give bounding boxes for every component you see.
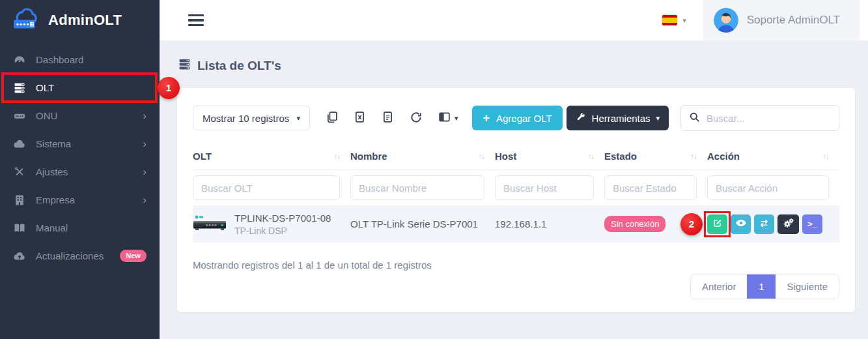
table-header: OLT ↑↓ Nombre ↑↓ Host ↑↓ Estado ↑↓ Acció… bbox=[193, 143, 839, 170]
wrench-icon bbox=[576, 112, 586, 125]
sidebar-item-label: Ajustes bbox=[36, 166, 68, 177]
chevron-right-icon: › bbox=[143, 166, 147, 177]
topbar: ▾ Soporte AdminOLT bbox=[160, 0, 868, 40]
export-file-button[interactable] bbox=[382, 111, 394, 125]
terminal-icon: >_ bbox=[807, 219, 817, 229]
filter-olt-input[interactable] bbox=[193, 175, 340, 200]
sidebar-item-actualizaciones[interactable]: Actualizaciones New bbox=[0, 242, 160, 270]
status-badge: Sin conexión bbox=[604, 216, 665, 232]
chevron-right-icon: › bbox=[143, 110, 147, 121]
column-header-accion[interactable]: Acción ↑↓ bbox=[707, 151, 839, 162]
sort-icon: ↑↓ bbox=[690, 152, 697, 161]
view-olt-button[interactable] bbox=[731, 214, 751, 234]
table-filter-row bbox=[193, 170, 839, 205]
column-header-host[interactable]: Host ↑↓ bbox=[495, 151, 604, 162]
filter-accion-input[interactable] bbox=[707, 175, 829, 200]
file-text-icon bbox=[382, 111, 394, 125]
search-input[interactable] bbox=[707, 113, 831, 124]
cogs-icon bbox=[783, 217, 794, 231]
caret-down-icon: ▾ bbox=[455, 115, 458, 122]
sidebar-item-label: Empresa bbox=[36, 194, 75, 205]
search-icon bbox=[689, 111, 700, 125]
filter-estado-input[interactable] bbox=[604, 175, 697, 200]
tools-dropdown-button[interactable]: Herramientas ▾ bbox=[567, 106, 669, 130]
new-badge: New bbox=[120, 250, 147, 262]
device-icon bbox=[13, 110, 26, 123]
spain-flag-icon bbox=[662, 15, 677, 25]
terminal-button[interactable]: >_ bbox=[802, 214, 822, 234]
sidebar-item-dashboard[interactable]: Dashboard bbox=[0, 46, 160, 74]
pagination-next-button[interactable]: Siguiente bbox=[776, 274, 839, 299]
sort-icon: ↑↓ bbox=[822, 152, 829, 161]
copy-button[interactable] bbox=[326, 111, 338, 125]
column-label: Nombre bbox=[350, 151, 387, 162]
brand-name: AdminOLT bbox=[48, 12, 122, 29]
column-label: Estado bbox=[604, 151, 637, 162]
server-icon bbox=[178, 57, 191, 74]
chevron-right-icon: › bbox=[143, 194, 147, 205]
user-name: Soporte AdminOLT bbox=[747, 14, 840, 27]
column-label: Host bbox=[495, 151, 516, 162]
sidebar-item-onu[interactable]: ONU › bbox=[0, 102, 160, 130]
sidebar-nav: Dashboard OLT 1 ONU › bbox=[0, 40, 160, 270]
table-columns-icon bbox=[438, 111, 451, 125]
sidebar-item-olt[interactable]: OLT 1 bbox=[0, 74, 160, 102]
pagination: Anterior 1 Siguiente bbox=[690, 274, 839, 299]
sidebar-item-label: ONU bbox=[36, 110, 57, 121]
caret-down-icon: ▾ bbox=[296, 115, 300, 122]
sidebar-item-sistema[interactable]: Sistema › bbox=[0, 130, 160, 158]
sidebar-item-ajustes[interactable]: Ajustes › bbox=[0, 158, 160, 186]
caret-down-icon: ▾ bbox=[656, 115, 660, 122]
cloud-router-logo-icon bbox=[10, 7, 42, 34]
sidebar-item-empresa[interactable]: Empresa › bbox=[0, 186, 160, 214]
exchange-button[interactable] bbox=[754, 214, 774, 234]
brand-logo[interactable]: AdminOLT bbox=[0, 0, 160, 40]
nombre-cell: OLT TP-Link Serie DS-P7001 bbox=[350, 218, 495, 229]
speedometer-icon bbox=[13, 53, 26, 66]
pagination-page-1-button[interactable]: 1 bbox=[747, 274, 776, 299]
book-icon bbox=[13, 222, 26, 235]
avatar bbox=[714, 8, 738, 33]
eye-icon bbox=[735, 217, 747, 231]
plus-icon: + bbox=[483, 112, 490, 124]
server-icon bbox=[13, 81, 26, 95]
filter-host-input[interactable] bbox=[495, 175, 594, 200]
table-info: Mostrando registros del 1 al 1 de un tot… bbox=[193, 259, 839, 271]
edit-icon bbox=[712, 218, 723, 231]
sort-icon: ↑↓ bbox=[587, 152, 594, 161]
user-menu[interactable]: Soporte AdminOLT bbox=[703, 0, 860, 40]
export-excel-button[interactable] bbox=[354, 111, 366, 125]
topbar-right: ▾ Soporte AdminOLT bbox=[645, 0, 868, 40]
column-header-estado[interactable]: Estado ↑↓ bbox=[604, 151, 707, 162]
page-length-label: Mostrar 10 registros bbox=[203, 113, 289, 124]
menu-toggle-button[interactable] bbox=[188, 12, 204, 29]
add-olt-button[interactable]: + Agregar OLT bbox=[472, 106, 562, 130]
sidebar-item-label: Actualizaciones bbox=[36, 250, 104, 261]
main-content: Lista de OLT's Mostrar 10 registros ▾ bbox=[160, 40, 868, 339]
chevron-right-icon: › bbox=[143, 138, 147, 149]
edit-olt-button[interactable] bbox=[707, 214, 727, 234]
sidebar-item-manual[interactable]: Manual bbox=[0, 214, 160, 242]
column-header-olt[interactable]: OLT ↑↓ bbox=[193, 151, 350, 162]
tools-label: Herramientas bbox=[592, 113, 651, 124]
app-window: AdminOLT Dashboard OLT 1 bbox=[0, 0, 868, 339]
exchange-arrows-icon bbox=[759, 218, 770, 231]
column-header-nombre[interactable]: Nombre ↑↓ bbox=[350, 151, 495, 162]
copy-icon bbox=[326, 111, 338, 125]
pagination-prev-button[interactable]: Anterior bbox=[691, 274, 748, 299]
cloud-upload-icon bbox=[13, 250, 26, 263]
olt-type: TP-Link DSP bbox=[234, 226, 331, 236]
column-visibility-button[interactable]: ▾ bbox=[438, 111, 458, 125]
filter-nombre-input[interactable] bbox=[350, 175, 484, 200]
page-length-dropdown[interactable]: Mostrar 10 registros ▾ bbox=[193, 106, 310, 130]
settings-button[interactable] bbox=[777, 214, 799, 234]
file-excel-icon bbox=[354, 111, 366, 125]
sidebar-item-label: OLT bbox=[36, 82, 54, 93]
caret-down-icon: ▾ bbox=[682, 17, 686, 24]
olt-list-card: Mostrar 10 registros ▾ bbox=[177, 88, 855, 312]
refresh-icon bbox=[410, 111, 423, 126]
refresh-button[interactable] bbox=[410, 111, 423, 126]
language-dropdown[interactable]: ▾ bbox=[645, 15, 703, 25]
olt-device-thumbnail bbox=[193, 213, 227, 235]
sidebar: AdminOLT Dashboard OLT 1 bbox=[0, 0, 160, 339]
